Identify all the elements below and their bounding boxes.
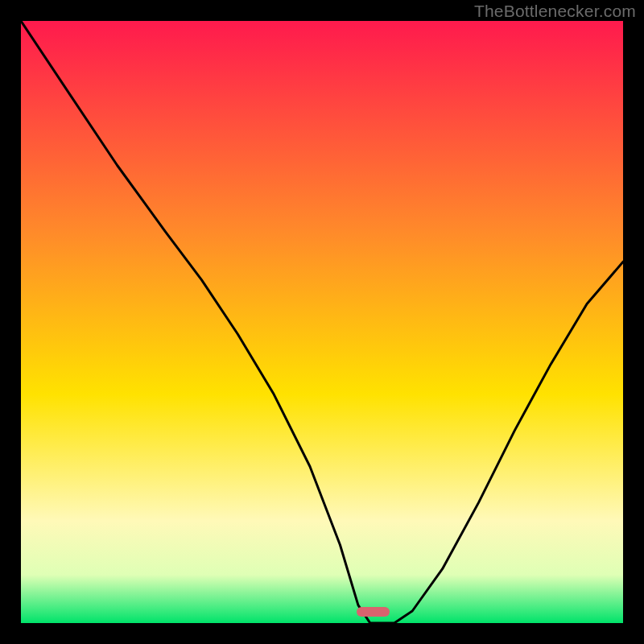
watermark-text: TheBottlenecker.com: [474, 2, 636, 21]
chart-frame: [21, 21, 623, 623]
bottleneck-curve: [21, 21, 623, 623]
optimal-marker: [357, 607, 390, 617]
